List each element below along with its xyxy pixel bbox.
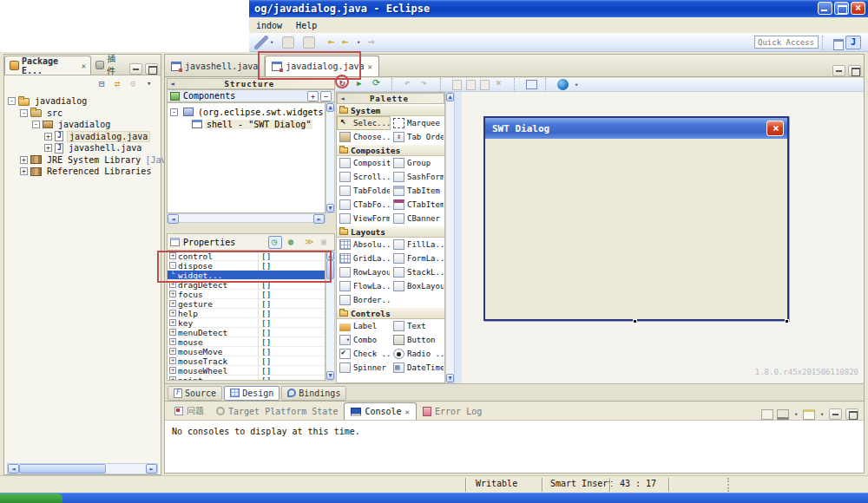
palette-item-formlayout[interactable]: FormLa... [391, 252, 444, 265]
property-value[interactable]: [] [258, 366, 325, 376]
property-row-mousemove[interactable]: +mouseMove[] [168, 347, 325, 356]
palette-section-system[interactable]: System [337, 104, 444, 116]
mark-occurrences-icon[interactable] [303, 36, 315, 49]
back-history-icon[interactable] [341, 36, 355, 49]
tab-javadialog-java[interactable]: javadialog.java ✕ [265, 56, 379, 76]
property-row-widget[interactable]: widget... [168, 271, 325, 280]
palette-section-composites[interactable]: Composites [337, 144, 444, 156]
dialog-titlebar[interactable]: SWT Dialog [485, 118, 787, 139]
palette-item-radio[interactable]: Radio ... [391, 347, 444, 361]
expander-icon[interactable]: + [169, 367, 176, 374]
menu-help[interactable]: Help [289, 19, 324, 32]
property-row-gesture[interactable]: +gesture[] [168, 299, 325, 309]
palette-section-controls[interactable]: Controls [337, 307, 444, 319]
open-perspective-button[interactable] [830, 36, 845, 49]
copy-icon[interactable] [466, 80, 476, 90]
locale-dropdown-icon[interactable]: ▾ [573, 82, 580, 88]
expander-icon[interactable]: + [169, 329, 176, 336]
expander-icon[interactable]: + [169, 281, 176, 288]
property-value[interactable]: [] [258, 299, 325, 309]
property-value[interactable]: [] [258, 318, 325, 328]
vertical-scrollbar[interactable]: ▲ ▼ [445, 92, 455, 383]
scroll-left-icon[interactable]: ◄ [8, 464, 19, 474]
property-row-mousewheel[interactable]: +mouseWheel[] [168, 366, 325, 376]
show-events-icon[interactable] [268, 236, 282, 249]
pin-console-icon[interactable] [803, 409, 815, 420]
palette-item-cbanner[interactable]: CBanner [391, 212, 444, 225]
paste-icon[interactable] [480, 80, 490, 90]
tab-console[interactable]: Console ✕ [344, 402, 417, 420]
palette-item-composite[interactable]: Composite [337, 156, 391, 170]
minimize-view-icon[interactable] [832, 65, 845, 76]
collapse-panel-icon[interactable]: ◄ [338, 95, 347, 102]
maximize-icon[interactable] [834, 2, 849, 15]
skip-breakpoints-icon[interactable] [282, 36, 294, 49]
expander-icon[interactable]: + [169, 319, 176, 326]
palette-item-scrolled[interactable]: Scroll... [337, 170, 391, 184]
property-value[interactable]: [] [258, 261, 325, 271]
palette-item-tabitem[interactable]: TabItem [391, 184, 444, 198]
vertical-scrollbar[interactable]: ▲ ▼ [326, 102, 335, 213]
palette-item-boxlayout[interactable]: BoxLayout [391, 279, 444, 293]
quick-access-input[interactable] [754, 36, 819, 49]
redo-icon[interactable] [420, 79, 432, 90]
minimize-view-icon[interactable] [829, 408, 842, 420]
expander-icon[interactable]: + [169, 252, 176, 259]
tab-plugins[interactable]: 插件 [91, 56, 127, 75]
design-canvas[interactable]: SWT Dialog 1.8.0.r45x201506110820 [462, 92, 864, 383]
display-console-icon[interactable] [777, 409, 789, 420]
collapse-panel-icon[interactable]: ◄ [168, 80, 177, 88]
palette-item-datetime[interactable]: DateTime [391, 361, 444, 375]
palette-item-filllayout[interactable]: FillLa... [391, 238, 444, 252]
palette-item-gridlayout[interactable]: GridLa... [337, 252, 391, 265]
expander-icon[interactable]: + [20, 156, 28, 164]
scrollbar-thumb[interactable] [19, 464, 106, 474]
tree-item-project[interactable]: - javadialog [8, 95, 161, 108]
back-dropdown-icon[interactable]: ▾ [355, 39, 362, 46]
expander-icon[interactable]: + [44, 144, 52, 152]
start-button[interactable] [0, 493, 62, 503]
expander-icon[interactable]: - [169, 262, 176, 269]
resize-handle-corner[interactable] [785, 319, 789, 323]
palette-item-ctabfolder[interactable]: CTabFo... [337, 198, 391, 212]
palette-item-borderlayout[interactable]: Border... [337, 293, 391, 307]
collapse-all-icon[interactable] [98, 79, 110, 90]
display-console-dropdown-icon[interactable]: ▾ [792, 411, 799, 418]
property-row-focus[interactable]: +focus[] [168, 290, 325, 299]
minimize-icon[interactable] [818, 2, 832, 15]
horizontal-scrollbar[interactable]: ◄ ► [7, 463, 158, 474]
tab-javashell-java[interactable]: javashell.java [165, 56, 265, 76]
maximize-view-icon[interactable] [848, 65, 861, 76]
close-icon[interactable]: ✕ [368, 62, 372, 71]
palette-item-rowlayout[interactable]: RowLayout [337, 265, 391, 279]
property-row-control[interactable]: +control[] [168, 252, 325, 261]
expander-icon[interactable]: + [169, 310, 176, 317]
expander-icon[interactable]: + [169, 291, 176, 297]
tree-item-src[interactable]: - src [8, 108, 161, 120]
tab-problems[interactable]: 问题 [168, 402, 210, 420]
scroll-down-icon[interactable]: ▼ [326, 204, 334, 212]
palette-section-layouts[interactable]: Layouts [337, 225, 444, 238]
palette-item-selection[interactable]: Selec... [337, 116, 391, 130]
tree-item-javadialog-java[interactable]: + javadialog.java [8, 131, 161, 143]
property-row-paint[interactable]: +paint[] [168, 376, 325, 381]
test-dialog-icon[interactable] [355, 79, 367, 90]
property-row-key[interactable]: +key[] [168, 318, 325, 328]
minimize-view-icon[interactable] [129, 63, 142, 75]
horizontal-scrollbar[interactable]: ◄ ► [167, 213, 326, 223]
back-icon[interactable] [327, 36, 341, 49]
palette-item-label-control[interactable]: Label [337, 319, 391, 333]
property-value[interactable]: [] [258, 280, 325, 290]
expander-icon[interactable]: + [169, 348, 176, 355]
structure-header[interactable]: ◄ Structure [167, 78, 335, 89]
run-tool-icon[interactable] [254, 36, 268, 49]
close-icon[interactable]: ✕ [405, 408, 410, 416]
palette-item-spinner[interactable]: Spinner [337, 361, 391, 375]
expander-icon[interactable]: - [8, 97, 16, 105]
property-value[interactable]: [] [258, 347, 325, 356]
tab-target-platform-state[interactable]: Target Platform State [210, 402, 344, 420]
windows-taskbar[interactable] [0, 493, 868, 503]
scroll-down-icon[interactable]: ▼ [326, 371, 334, 380]
tab-design[interactable]: Design [224, 386, 279, 401]
expander-icon[interactable]: - [32, 121, 40, 128]
